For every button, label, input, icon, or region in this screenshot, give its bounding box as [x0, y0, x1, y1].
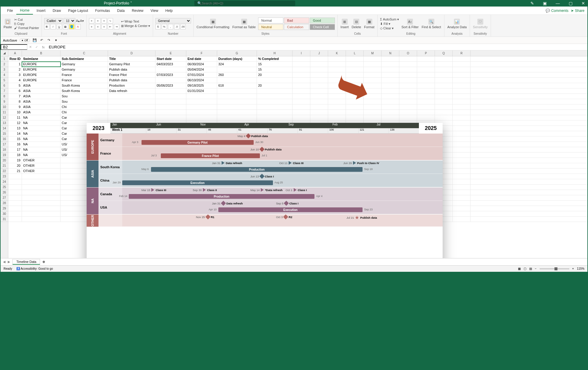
cell[interactable]	[399, 115, 417, 120]
tab-insert[interactable]: Insert	[33, 7, 49, 15]
cell[interactable]: NA	[22, 126, 61, 131]
row-header[interactable]: 2	[1, 62, 8, 67]
number-format-select[interactable]: General	[155, 18, 191, 23]
row-header[interactable]: 15	[1, 131, 8, 136]
col-header-M[interactable]: M	[364, 50, 382, 56]
italic-button[interactable]: I	[50, 24, 56, 29]
insert-cells-button[interactable]: ⊞Insert	[340, 18, 349, 29]
cell[interactable]: Publish data	[108, 67, 155, 72]
row-header[interactable]: 30	[1, 211, 8, 217]
cell[interactable]: France Pilot	[108, 72, 155, 77]
cell[interactable]	[435, 94, 453, 99]
col-header-K[interactable]: K	[328, 50, 346, 56]
style-normal[interactable]: Normal	[258, 18, 283, 23]
cell[interactable]	[293, 83, 310, 88]
cell[interactable]: NA	[22, 136, 61, 142]
cell[interactable]: 15	[257, 62, 293, 67]
cell[interactable]: 07/01/2024	[186, 72, 217, 77]
zoom-level[interactable]: 115%	[577, 267, 584, 270]
cell[interactable]	[399, 78, 417, 83]
cell[interactable]: Swimlane	[22, 56, 61, 61]
cell[interactable]: Row ID	[8, 56, 22, 61]
cell[interactable]: Publish data	[108, 78, 155, 83]
cell[interactable]	[22, 190, 61, 195]
cell[interactable]	[186, 94, 217, 99]
style-good[interactable]: Good	[310, 18, 335, 23]
cell[interactable]	[22, 206, 61, 211]
cell[interactable]: NA	[22, 142, 61, 147]
row-header[interactable]: 12	[1, 115, 8, 120]
cell[interactable]: Car	[61, 115, 108, 120]
inc-decimal-button[interactable]: .0	[174, 24, 179, 29]
tab-help[interactable]: Help	[162, 7, 176, 15]
cell[interactable]: 14	[8, 131, 22, 136]
cell[interactable]	[399, 110, 417, 115]
cell[interactable]: Sou	[61, 94, 108, 99]
clear-button[interactable]: ◇ Clear ▾	[380, 26, 399, 30]
style-neutral[interactable]: Neutral	[258, 24, 283, 30]
cell[interactable]	[435, 78, 453, 83]
cell[interactable]: NA	[22, 147, 61, 152]
cell[interactable]	[453, 174, 471, 179]
cell[interactable]: NA	[22, 115, 61, 120]
cell[interactable]	[417, 110, 435, 115]
search-box[interactable]: 🔍	[194, 1, 295, 6]
sheet-nav-next[interactable]: ▶	[8, 260, 10, 264]
cell[interactable]	[399, 99, 417, 104]
cell[interactable]	[435, 56, 453, 61]
cell[interactable]	[293, 94, 310, 99]
share-button[interactable]: ➤ Share	[571, 9, 584, 13]
cell[interactable]	[108, 99, 155, 104]
cell[interactable]	[155, 115, 186, 120]
cell[interactable]	[310, 88, 328, 93]
cell[interactable]	[453, 153, 471, 158]
conditional-formatting-button[interactable]: ▦Conditional Formatting	[196, 18, 230, 29]
cell[interactable]: 05/04/2024	[186, 67, 217, 72]
align-bottom-icon[interactable]: ≡	[101, 18, 107, 23]
cell[interactable]	[453, 190, 471, 195]
cell[interactable]	[293, 78, 310, 83]
cell[interactable]	[399, 62, 417, 67]
cell[interactable]	[453, 62, 471, 67]
cell[interactable]	[257, 88, 293, 93]
row-header[interactable]: 8	[1, 94, 8, 99]
cell[interactable]: 15	[8, 136, 22, 142]
dec-decimal-button[interactable]: .00	[180, 24, 186, 29]
save-icon[interactable]: 💾	[32, 38, 37, 43]
cell[interactable]: Duration (days)	[217, 56, 257, 61]
cell[interactable]	[453, 136, 471, 142]
fx-icon[interactable]: fx	[40, 45, 47, 49]
decrease-font-icon[interactable]: A▾	[80, 19, 84, 23]
tab-formulas[interactable]: Formulas	[92, 7, 114, 15]
tab-home[interactable]: Home	[16, 7, 33, 15]
row-header[interactable]: 7	[1, 88, 8, 94]
cell[interactable]	[22, 217, 61, 222]
row-header[interactable]: 10	[1, 104, 8, 110]
cell[interactable]	[453, 195, 471, 200]
cell[interactable]: 06/10/2024	[186, 78, 217, 83]
cell[interactable]	[108, 94, 155, 99]
cell[interactable]	[257, 110, 293, 115]
style-calculation[interactable]: Calculation	[284, 24, 309, 30]
cell[interactable]	[453, 83, 471, 88]
format-cells-button[interactable]: ▦Format	[363, 18, 375, 29]
row-header[interactable]: 22	[1, 169, 8, 174]
cell[interactable]	[22, 174, 61, 179]
cell[interactable]	[453, 72, 471, 77]
cell[interactable]: ASIA	[22, 99, 61, 104]
cut-button[interactable]: ✂ Cut	[14, 18, 39, 21]
cell[interactable]	[8, 201, 22, 206]
cell[interactable]	[399, 83, 417, 88]
cell[interactable]	[155, 94, 186, 99]
cell[interactable]: % Completed	[257, 56, 293, 61]
row-header[interactable]: 26	[1, 190, 8, 195]
cell[interactable]	[399, 56, 417, 61]
cell[interactable]	[293, 62, 310, 67]
cell[interactable]	[293, 72, 310, 77]
tab-review[interactable]: Review	[128, 7, 147, 15]
cell[interactable]: OTHER	[22, 163, 61, 168]
cell[interactable]	[453, 211, 471, 216]
cancel-formula-icon[interactable]: ✕	[27, 45, 34, 49]
cell[interactable]	[435, 62, 453, 67]
cell[interactable]	[293, 67, 310, 72]
